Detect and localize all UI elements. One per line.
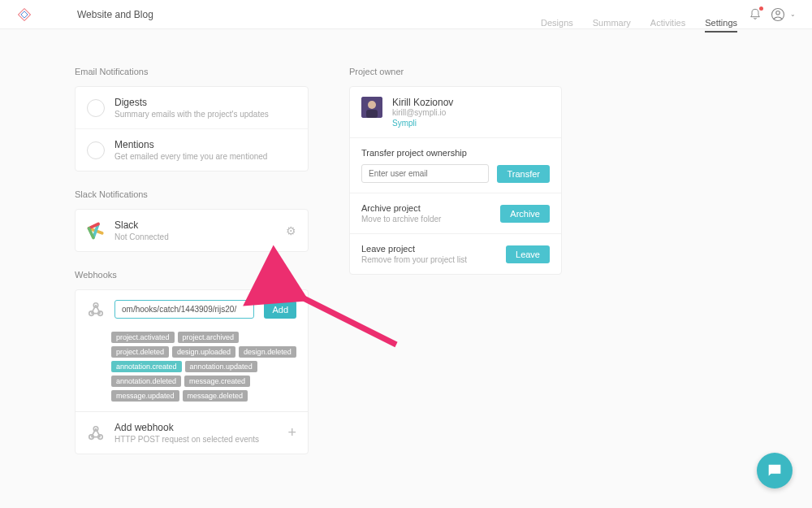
webhook-tag[interactable]: annotation.updated [185,361,257,372]
digests-row[interactable]: Digests Summary emails with the project'… [76,87,308,128]
owner-email: kirill@sympli.io [392,108,453,117]
transfer-button[interactable]: Transfer [497,165,550,183]
webhook-tag[interactable]: message.deleted [183,390,248,402]
webhook-tag[interactable]: project.activated [111,332,175,343]
webhook-tag[interactable]: project.archived [178,332,240,343]
chevron-down-icon[interactable]: ⌄ [790,11,796,18]
user-menu-icon[interactable] [771,7,785,22]
email-card: Digests Summary emails with the project'… [75,86,309,172]
archive-button[interactable]: Archive [500,205,550,223]
slack-title: Slack [114,219,169,231]
add-webhook-title: Add webhook [114,422,259,433]
owner-avatar [361,97,382,118]
slack-row[interactable]: Slack Not Connected ⚙ [76,210,308,251]
webhook-url-input[interactable] [114,300,254,319]
webhook-icon [87,301,105,319]
leave-button[interactable]: Leave [506,245,550,263]
notifications-icon[interactable] [748,7,762,22]
owner-card: Kirill Kozionov kirill@sympli.io Sympli … [349,86,562,275]
svg-point-13 [368,101,376,109]
slack-card: Slack Not Connected ⚙ [75,209,309,252]
webhook-url-row: Add [76,290,308,328]
webhook-tag[interactable]: annotation.created [111,361,182,372]
transfer-input[interactable] [361,164,489,183]
webhook-tag[interactable]: annotation.deleted [111,376,181,387]
header-right: ⌄ [748,7,796,22]
slack-icon [87,222,105,240]
owner-section-title: Project owner [349,67,562,76]
archive-title: Archive project [361,203,441,213]
svg-point-1 [776,11,780,15]
tab-designs[interactable]: Designs [541,18,573,33]
owner-row: Kirill Kozionov kirill@sympli.io Sympli [350,87,561,137]
archive-row: Archive project Move to archive folder A… [350,193,561,233]
webhooks-section-title: Webhooks [75,270,309,280]
webhook-icon [87,424,105,442]
mentions-radio[interactable] [87,141,105,159]
digests-sub: Summary emails with the project's update… [114,110,269,119]
owner-name: Kirill Kozionov [392,97,453,108]
project-tabs: Designs Summary Activities Settings [541,18,737,33]
archive-sub: Move to archive folder [361,215,441,224]
mentions-row[interactable]: Mentions Get emailed every time you are … [76,128,308,171]
leave-sub: Remove from your project list [361,255,467,264]
email-section-title: Email Notifications [75,67,309,76]
mentions-sub: Get emailed every time you are mentioned [114,152,267,161]
slack-section-title: Slack Notifications [75,189,309,199]
slack-sub: Not Connected [114,232,169,241]
plus-icon[interactable]: + [287,424,296,441]
tab-activities[interactable]: Activities [650,18,685,33]
digests-title: Digests [114,97,269,108]
webhook-add-button[interactable]: Add [264,301,296,319]
webhook-tag[interactable]: project.deleted [111,346,169,358]
transfer-row: Transfer project ownership Transfer [350,137,561,193]
digests-radio[interactable] [87,99,105,117]
webhook-tag[interactable]: message.created [184,376,250,387]
transfer-title: Transfer project ownership [361,148,550,158]
chat-bubble-icon[interactable] [757,453,793,488]
tab-settings[interactable]: Settings [705,18,737,33]
leave-title: Leave project [361,244,467,254]
owner-company[interactable]: Sympli [392,119,453,128]
mentions-title: Mentions [114,139,267,150]
notification-dot [759,7,763,11]
add-webhook-sub: HTTP POST request on selected events [114,435,259,444]
add-webhook-row[interactable]: Add webhook HTTP POST request on selecte… [76,411,308,454]
svg-rect-14 [366,110,378,118]
tab-summary[interactable]: Summary [593,18,631,33]
webhook-tag[interactable]: message.updated [111,390,179,402]
webhook-tag[interactable]: design.deleted [239,346,296,358]
project-name: Website and Blog [77,9,153,20]
webhook-tags: project.activatedproject.archivedproject… [76,328,308,411]
webhook-tag[interactable]: design.uploaded [172,346,235,358]
leave-row: Leave project Remove from your project l… [350,233,561,274]
gear-icon[interactable]: ⚙ [286,224,296,237]
app-logo [16,7,32,23]
webhooks-card: Add project.activatedproject.archivedpro… [75,289,309,454]
